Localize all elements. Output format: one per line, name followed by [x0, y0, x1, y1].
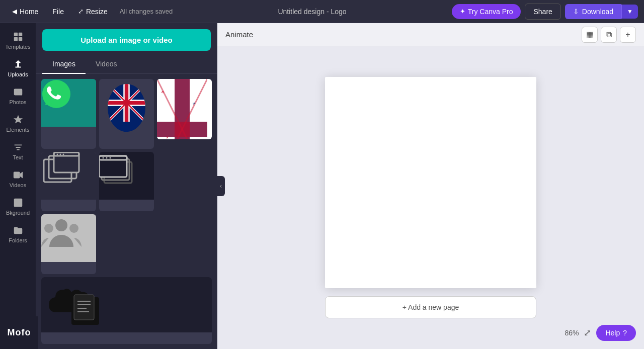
tab-images-label: Images — [52, 60, 75, 68]
svg-point-49 — [44, 224, 53, 233]
share-label: Share — [533, 8, 552, 16]
templates-label: Templates — [5, 44, 30, 50]
svg-rect-0 — [14, 33, 17, 36]
frame-icon: ▦ — [586, 30, 594, 39]
try-pro-button[interactable]: ✦ Try Canva Pro — [452, 4, 521, 19]
add-page-label: + Add a new page — [403, 303, 459, 311]
svg-point-5 — [15, 90, 17, 92]
zoom-expand-icon[interactable]: ⤢ — [584, 327, 591, 338]
add-page-button[interactable]: + Add a new page — [325, 296, 536, 318]
windows-stack-1-svg — [41, 152, 82, 192]
svg-rect-52 — [74, 295, 94, 320]
image-item-windows-stack-2[interactable] — [99, 152, 154, 212]
mofo-watermark: Mofo — [0, 316, 38, 349]
help-question-icon: ? — [623, 329, 627, 337]
copy-icon: ⧉ — [606, 30, 612, 39]
hide-panel-button[interactable]: ‹ — [217, 176, 225, 196]
svg-point-50 — [69, 224, 78, 233]
home-button[interactable]: ◀ Home — [6, 5, 44, 19]
svg-point-39 — [60, 153, 61, 155]
whatsapp-svg — [41, 79, 71, 109]
topbar-right: ✦ Try Canva Pro Share ⇩ Download ▼ — [452, 4, 638, 20]
tabs-row: Images Videos — [36, 55, 217, 74]
file-button[interactable]: File — [46, 5, 70, 19]
zoom-percentage: 86% — [565, 329, 579, 337]
uk-flag-svg — [108, 84, 145, 122]
download-button[interactable]: ⇩ Download — [565, 4, 621, 19]
sidebar-item-templates[interactable]: Templates — [2, 27, 34, 54]
download-icon: ⇩ — [573, 8, 579, 16]
templates-icon — [13, 31, 24, 42]
help-label: Help — [605, 329, 620, 337]
svg-rect-2 — [14, 37, 17, 41]
sidebar-item-folders[interactable]: Folders — [2, 221, 34, 247]
canvas-frame-button[interactable]: ▦ — [582, 27, 598, 43]
canvas-body: + Add a new page — [217, 46, 644, 349]
text-label: Text — [13, 154, 23, 160]
videos-icon — [13, 169, 24, 181]
canvas-copy-button[interactable]: ⧉ — [601, 27, 617, 43]
help-button[interactable]: Help ? — [596, 325, 636, 341]
photos-label: Photos — [9, 99, 26, 105]
svg-rect-1 — [18, 33, 22, 36]
canvas-icons: ▦ ⧉ + — [582, 27, 636, 43]
svg-point-47 — [110, 157, 111, 158]
upload-button[interactable]: Upload an image or video — [42, 29, 211, 51]
image-item-whatsapp[interactable] — [41, 79, 96, 149]
sidebar-icons: Templates Uploads Photos Elements Text V… — [0, 23, 36, 349]
download-arrow-button[interactable]: ▼ — [621, 5, 638, 19]
uk-pattern-svg: ✈✈✈ ✈ ✈ ✈ ✈ ✈ — [157, 79, 207, 139]
background-label: Bkground — [6, 210, 30, 216]
group-people-svg — [41, 214, 82, 254]
try-pro-label: Try Canva Pro — [468, 8, 513, 16]
canva-pro-icon: ✦ — [460, 8, 465, 15]
image-item-group-people[interactable] — [41, 214, 96, 274]
uploads-label: Uploads — [8, 71, 28, 77]
tab-videos-label: Videos — [96, 60, 117, 68]
svg-rect-3 — [18, 37, 22, 41]
resize-label: Resize — [86, 8, 108, 16]
design-canvas[interactable] — [325, 77, 536, 288]
videos-label: Videos — [10, 182, 26, 188]
home-label: Home — [20, 8, 38, 16]
canvas-add-button[interactable]: + — [620, 27, 636, 43]
svg-rect-7 — [14, 199, 22, 207]
images-grid: ✈✈✈ ✈ ✈ ✈ ✈ ✈ — [36, 74, 217, 349]
image-item-windows-stack-1[interactable] — [41, 152, 96, 212]
sidebar-item-background[interactable]: Bkground — [2, 193, 34, 220]
image-item-cloud-doc[interactable] — [41, 277, 212, 344]
main-layout: Templates Uploads Photos Elements Text V… — [0, 23, 644, 349]
resize-icon: ⤢ — [78, 8, 84, 15]
elements-label: Elements — [7, 127, 30, 133]
folders-label: Folders — [9, 237, 27, 243]
sidebar-item-photos[interactable]: Photos — [2, 82, 34, 109]
tab-images[interactable]: Images — [42, 55, 86, 74]
cloud-doc-svg — [46, 277, 112, 327]
share-button[interactable]: Share — [525, 4, 560, 20]
animate-button[interactable]: Animate — [225, 30, 253, 39]
svg-point-45 — [103, 157, 104, 158]
sidebar-item-text[interactable]: Text — [2, 138, 34, 164]
svg-point-38 — [57, 153, 58, 155]
elements-icon — [13, 114, 24, 125]
svg-point-48 — [55, 219, 67, 231]
add-icon: + — [625, 30, 630, 39]
svg-rect-6 — [13, 172, 20, 179]
text-icon — [13, 142, 24, 153]
tab-videos[interactable]: Videos — [86, 55, 127, 74]
upload-button-label: Upload an image or video — [80, 36, 173, 44]
sidebar-item-videos[interactable]: Videos — [2, 165, 34, 192]
autosave-label: All changes saved — [120, 8, 173, 15]
sidebar-item-elements[interactable]: Elements — [2, 110, 34, 137]
background-icon — [13, 197, 24, 208]
image-item-uk-pattern[interactable]: ✈✈✈ ✈ ✈ ✈ ✈ ✈ — [157, 79, 212, 139]
image-item-uk-flag[interactable] — [99, 79, 154, 149]
sidebar-item-uploads[interactable]: Uploads — [2, 55, 34, 81]
download-group: ⇩ Download ▼ — [565, 4, 638, 19]
download-label: Download — [582, 8, 613, 16]
resize-button[interactable]: ⤢ Resize — [72, 5, 114, 19]
windows-stack-2-svg — [99, 152, 139, 192]
home-arrow-icon: ◀ — [12, 8, 17, 15]
svg-point-46 — [106, 157, 108, 158]
svg-rect-43 — [99, 156, 127, 177]
